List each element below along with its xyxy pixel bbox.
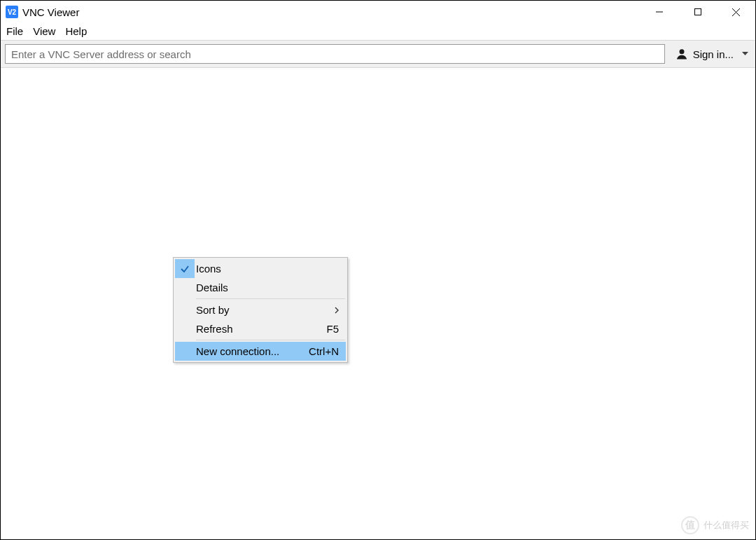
- menu-view[interactable]: View: [29, 25, 59, 38]
- connections-area[interactable]: Icons Details Sort by Refresh F5: [1, 68, 755, 539]
- chevron-right-icon: [335, 307, 339, 314]
- sign-in-label: Sign in...: [693, 48, 734, 60]
- sign-in-button[interactable]: Sign in...: [672, 43, 751, 65]
- context-menu-label: Details: [195, 282, 339, 293]
- server-address-input[interactable]: [5, 44, 665, 64]
- context-menu-label: Icons: [195, 263, 339, 275]
- context-menu-item-details[interactable]: Details: [175, 278, 346, 297]
- close-button[interactable]: [717, 1, 755, 23]
- svg-rect-1: [694, 9, 701, 15]
- menu-separator: [196, 298, 345, 299]
- maximize-button[interactable]: [678, 1, 717, 23]
- context-menu-label: Refresh: [195, 323, 326, 335]
- context-menu-shortcut: F5: [326, 323, 339, 335]
- maximize-icon: [694, 8, 702, 16]
- menu-bar: File View Help: [1, 23, 755, 40]
- toolbar: Sign in...: [1, 40, 755, 68]
- minimize-icon: [655, 8, 664, 16]
- svg-marker-5: [742, 52, 748, 55]
- context-menu: Icons Details Sort by Refresh F5: [173, 257, 348, 363]
- watermark-text: 什么值得买: [704, 519, 749, 532]
- window-title: VNC Viewer: [22, 6, 79, 18]
- menu-help[interactable]: Help: [61, 25, 91, 38]
- context-menu-item-new-connection[interactable]: New connection... Ctrl+N: [175, 342, 346, 361]
- menu-separator: [196, 340, 345, 340]
- close-icon: [732, 8, 741, 17]
- check-icon: [175, 259, 195, 278]
- context-menu-item-sort-by[interactable]: Sort by: [175, 300, 346, 319]
- watermark-logo: 值: [681, 516, 699, 534]
- context-menu-item-icons[interactable]: Icons: [175, 259, 346, 278]
- title-bar: V2 VNC Viewer: [1, 1, 755, 23]
- chevron-down-icon: [742, 52, 748, 56]
- context-menu-item-refresh[interactable]: Refresh F5: [175, 319, 346, 338]
- context-menu-label: New connection...: [195, 345, 309, 357]
- menu-file[interactable]: File: [2, 25, 27, 38]
- context-menu-shortcut: Ctrl+N: [309, 345, 339, 357]
- user-icon: [675, 47, 689, 61]
- context-menu-label: Sort by: [195, 304, 335, 316]
- app-icon: V2: [6, 6, 18, 18]
- svg-point-4: [679, 49, 684, 54]
- watermark: 值 什么值得买: [681, 516, 749, 534]
- app-window: V2 VNC Viewer File View Help Sign in...: [0, 0, 756, 540]
- minimize-button[interactable]: [640, 1, 678, 23]
